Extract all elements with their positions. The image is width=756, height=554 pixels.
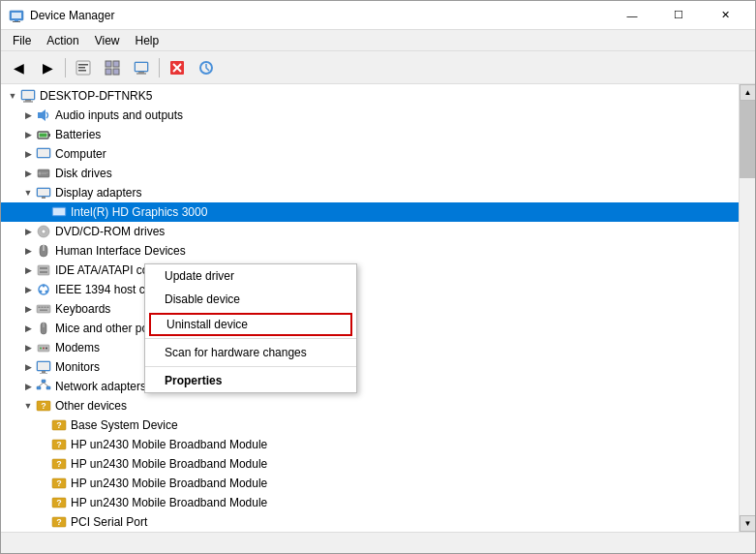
svg-text:?: ? [56, 478, 62, 488]
context-menu: Update driver Disable device Uninstall d… [144, 263, 357, 393]
scrollbar: ▲ ▼ [739, 84, 755, 532]
toolbar-properties[interactable] [70, 54, 97, 81]
computer-icon [134, 60, 149, 76]
ide-expand-icon: ▶ [20, 262, 36, 278]
root-computer-icon [20, 88, 36, 104]
hp4-label: HP un2430 Mobile Broadband Module [71, 496, 267, 509]
svg-rect-36 [38, 189, 49, 196]
tree-item-pciport[interactable]: ? PCI Serial Port [1, 512, 739, 532]
minimize-button[interactable]: — [610, 1, 654, 30]
tree-item-dvd[interactable]: ▶ DVD/CD-ROM drives [1, 222, 739, 241]
hp1-icon: ? [51, 437, 67, 452]
batteries-expand-icon: ▶ [20, 127, 36, 142]
intel-expand-icon [36, 204, 51, 220]
scroll-thumb[interactable] [740, 101, 755, 178]
monitors-icon [36, 359, 51, 375]
tree-root[interactable]: ▼ DESKTOP-DFTNRK5 [1, 86, 739, 106]
tree-item-hp2[interactable]: ? HP un2430 Mobile Broadband Module [1, 454, 739, 474]
tree-item-ieee[interactable]: ▶ IEEE 1394 host controllers [1, 280, 739, 299]
svg-text:?: ? [56, 420, 62, 430]
hp3-expand-icon [36, 476, 51, 491]
hp4-icon: ? [51, 495, 67, 510]
tree-item-ide[interactable]: ▶ IDE ATA/ATAPI controllers [1, 261, 739, 280]
diskdrives-expand-icon: ▶ [20, 166, 36, 181]
ide-icon [36, 262, 51, 278]
toolbar-uninstall[interactable] [164, 54, 191, 81]
scroll-down-btn[interactable]: ▼ [740, 515, 755, 532]
svg-rect-21 [22, 91, 34, 99]
tree-item-displayadapters[interactable]: ▼ Display adapters [1, 183, 739, 202]
toolbar-show-hidden[interactable] [99, 54, 126, 81]
hp1-label: HP un2430 Mobile Broadband Module [71, 438, 267, 451]
audio-label: Audio inputs and outputs [55, 108, 183, 122]
svg-text:?: ? [56, 517, 62, 527]
tree-item-network[interactable]: ▶ Network adapters [1, 377, 739, 396]
svg-rect-27 [48, 134, 50, 137]
svg-rect-23 [23, 102, 33, 103]
tree-item-intel[interactable]: Intel(R) HD Graphics 3000 [1, 202, 739, 222]
tree-item-keyboards[interactable]: ▶ Keyboards [1, 299, 739, 319]
ctx-disable-device[interactable]: Disable device [145, 288, 356, 311]
toolbar-scan[interactable] [193, 54, 220, 81]
svg-rect-58 [44, 323, 45, 327]
audio-icon [36, 108, 51, 123]
svg-rect-24 [38, 112, 42, 118]
maximize-button[interactable]: ☐ [656, 1, 701, 30]
root-expand-icon: ▼ [5, 88, 20, 104]
ctx-uninstall-device[interactable]: Uninstall device [149, 313, 352, 336]
keyboards-icon [36, 301, 51, 317]
menu-bar: File Action View Help [1, 30, 755, 51]
toolbar-back[interactable]: ◀ [5, 54, 32, 81]
ctx-properties[interactable]: Properties [145, 369, 356, 392]
menu-file[interactable]: File [5, 32, 39, 49]
tree-item-computer[interactable]: ▶ Computer [1, 144, 739, 164]
menu-view[interactable]: View [87, 32, 128, 49]
tree-item-batteries[interactable]: ▶ Batteries [1, 125, 739, 144]
svg-rect-43 [43, 245, 45, 251]
tree-item-diskdrives[interactable]: ▶ Disk drives [1, 164, 739, 183]
tree-item-hid[interactable]: ▶ Human Interface Devices [1, 241, 739, 261]
title-bar-left: Device Manager [9, 8, 114, 23]
tree-item-hp1[interactable]: ? HP un2430 Mobile Broadband Module [1, 435, 739, 454]
scroll-up-btn[interactable]: ▲ [740, 84, 755, 101]
main-content: ▼ DESKTOP-DFTNRK5 ▶ [1, 84, 755, 532]
tree-item-hp3[interactable]: ? HP un2430 Mobile Broadband Module [1, 474, 739, 493]
tree-item-audio[interactable]: ▶ Audio inputs and outputs [1, 106, 739, 125]
svg-point-41 [42, 230, 45, 233]
network-icon [36, 379, 51, 394]
svg-rect-6 [78, 67, 85, 69]
pciport-expand-icon [36, 514, 51, 530]
tree-item-base[interactable]: ? Base System Device [1, 416, 739, 435]
root-label: DESKTOP-DFTNRK5 [40, 89, 152, 103]
device-manager-window: Device Manager — ☐ ✕ File Action View He… [0, 0, 756, 554]
computer-label: Computer [55, 147, 106, 161]
ctx-separator2 [145, 366, 356, 367]
svg-rect-44 [38, 265, 49, 275]
intel-label: Intel(R) HD Graphics 3000 [71, 205, 207, 219]
ieee-expand-icon: ▶ [20, 282, 36, 297]
keyboards-expand-icon: ▶ [20, 301, 36, 317]
tree-item-other[interactable]: ▼ ? Other devices [1, 396, 739, 416]
tree-item-hp4[interactable]: ? HP un2430 Mobile Broadband Module [1, 493, 739, 512]
toolbar-forward[interactable]: ▶ [34, 54, 61, 81]
svg-rect-7 [78, 70, 86, 72]
tree-item-modems[interactable]: ▶ Modems [1, 338, 739, 357]
dvd-expand-icon: ▶ [20, 224, 36, 239]
hp4-expand-icon [36, 495, 51, 510]
ctx-scan-hardware[interactable]: Scan for hardware changes [145, 341, 356, 364]
hid-label: Human Interface Devices [55, 244, 186, 258]
tree-item-monitors[interactable]: ▶ Monitors [1, 357, 739, 377]
svg-text:?: ? [56, 498, 62, 508]
mice-icon [36, 321, 51, 336]
toolbar-computer[interactable] [128, 54, 155, 81]
close-button[interactable]: ✕ [703, 1, 747, 30]
menu-help[interactable]: Help [128, 32, 167, 49]
ctx-update-driver[interactable]: Update driver [145, 264, 356, 288]
svg-rect-66 [40, 373, 47, 374]
intel-icon [51, 204, 67, 220]
hp1-expand-icon [36, 437, 51, 452]
tree-panel[interactable]: ▼ DESKTOP-DFTNRK5 ▶ [1, 84, 739, 532]
modems-label: Modems [55, 341, 100, 354]
tree-item-mice[interactable]: ▶ Mice and other pointing devices [1, 319, 739, 338]
menu-action[interactable]: Action [39, 32, 86, 49]
